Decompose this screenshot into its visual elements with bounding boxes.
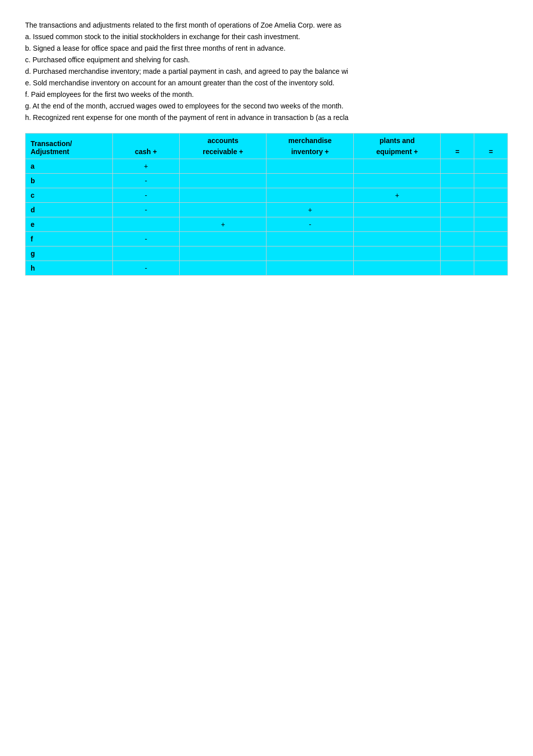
intro-line-5: d. Purchased merchandise inventory; made… xyxy=(25,66,508,77)
row-merchandise xyxy=(266,246,354,261)
row-accounts xyxy=(179,159,266,174)
row-eq1 xyxy=(441,174,474,188)
table-row: g xyxy=(26,246,508,261)
header-eq2: = xyxy=(474,134,508,159)
row-plants xyxy=(353,232,441,246)
table-row: e+- xyxy=(26,217,508,232)
intro-line-6: e. Sold merchandise inventory on account… xyxy=(25,78,508,88)
row-cash: - xyxy=(112,232,179,246)
accounting-table-section: Transaction/ Adjustment cash + accounts … xyxy=(25,133,508,276)
row-label: c xyxy=(26,188,113,203)
header-eq1: = xyxy=(441,134,474,159)
row-plants xyxy=(353,217,441,232)
row-merchandise xyxy=(266,159,354,174)
row-accounts: + xyxy=(179,217,266,232)
table-row: c-+ xyxy=(26,188,508,203)
row-eq2 xyxy=(474,217,508,232)
row-cash: - xyxy=(112,261,179,276)
row-label: f xyxy=(26,232,113,246)
intro-line-7: f. Paid employees for the first two week… xyxy=(25,89,508,100)
row-eq2 xyxy=(474,159,508,174)
row-plants xyxy=(353,203,441,217)
header-merchandise-line1: merchandise xyxy=(266,134,354,148)
row-plants xyxy=(353,159,441,174)
row-accounts xyxy=(179,261,266,276)
row-eq1 xyxy=(441,217,474,232)
accounting-table: Transaction/ Adjustment cash + accounts … xyxy=(25,133,508,276)
row-label: h xyxy=(26,261,113,276)
row-eq2 xyxy=(474,174,508,188)
row-accounts xyxy=(179,174,266,188)
row-eq2 xyxy=(474,246,508,261)
table-row: d-+ xyxy=(26,203,508,217)
row-merchandise xyxy=(266,188,354,203)
row-plants xyxy=(353,261,441,276)
row-eq1 xyxy=(441,261,474,276)
row-cash: - xyxy=(112,188,179,203)
intro-line-2: a. Issued common stock to the initial st… xyxy=(25,32,508,42)
row-eq2 xyxy=(474,261,508,276)
row-eq1 xyxy=(441,159,474,174)
intro-line-8: g. At the end of the month, accrued wage… xyxy=(25,101,508,111)
row-cash xyxy=(112,246,179,261)
row-label: d xyxy=(26,203,113,217)
intro-line-1: The transactions and adjustments related… xyxy=(25,20,508,31)
header-accounts-line1: accounts xyxy=(179,134,266,148)
row-accounts xyxy=(179,232,266,246)
row-label: a xyxy=(26,159,113,174)
intro-line-4: c. Purchased office equipment and shelvi… xyxy=(25,55,508,65)
header-accounts-line2: receivable + xyxy=(179,148,266,159)
row-plants xyxy=(353,246,441,261)
intro-section: The transactions and adjustments related… xyxy=(25,20,508,123)
row-eq1 xyxy=(441,232,474,246)
row-merchandise xyxy=(266,232,354,246)
table-row: b- xyxy=(26,174,508,188)
row-merchandise xyxy=(266,174,354,188)
intro-line-3: b. Signed a lease for office space and p… xyxy=(25,43,508,54)
row-accounts xyxy=(179,188,266,203)
table-row: h- xyxy=(26,261,508,276)
row-merchandise: + xyxy=(266,203,354,217)
row-plants: + xyxy=(353,188,441,203)
header-plants-line1: plants and xyxy=(353,134,441,148)
table-header-row-1: Transaction/ Adjustment cash + accounts … xyxy=(26,134,508,148)
row-merchandise xyxy=(266,261,354,276)
intro-line-9: h. Recognized rent expense for one month… xyxy=(25,112,508,123)
row-cash: - xyxy=(112,174,179,188)
row-label: b xyxy=(26,174,113,188)
row-cash: - xyxy=(112,203,179,217)
row-eq2 xyxy=(474,203,508,217)
row-eq1 xyxy=(441,203,474,217)
row-label: g xyxy=(26,246,113,261)
row-merchandise: - xyxy=(266,217,354,232)
table-body: a+b-c-+d-+e+-f-gh- xyxy=(26,159,508,276)
row-eq1 xyxy=(441,246,474,261)
row-accounts xyxy=(179,203,266,217)
table-row: a+ xyxy=(26,159,508,174)
row-accounts xyxy=(179,246,266,261)
table-row: f- xyxy=(26,232,508,246)
header-transaction: Transaction/ Adjustment xyxy=(26,134,113,159)
row-eq2 xyxy=(474,232,508,246)
row-cash: + xyxy=(112,159,179,174)
row-plants xyxy=(353,174,441,188)
header-merchandise-line2: inventory + xyxy=(266,148,354,159)
row-label: e xyxy=(26,217,113,232)
row-cash xyxy=(112,217,179,232)
row-eq1 xyxy=(441,188,474,203)
header-cash: cash + xyxy=(112,134,179,159)
header-plants-line2: equipment + xyxy=(353,148,441,159)
row-eq2 xyxy=(474,188,508,203)
